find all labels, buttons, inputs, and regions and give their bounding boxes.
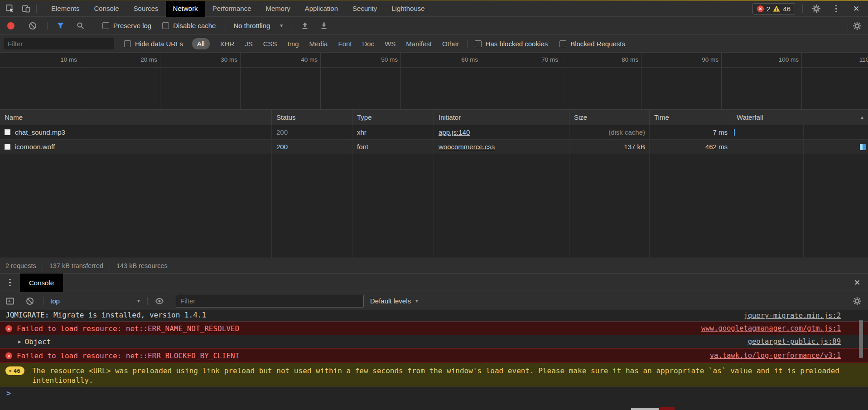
devtools-settings-button[interactable]	[810, 2, 823, 15]
error-message-text: Failed to load resource: net::ERR_NAME_N…	[17, 324, 239, 333]
console-settings-button[interactable]	[851, 295, 863, 308]
devtools-menu-button[interactable]	[830, 2, 843, 15]
devtools-close-button[interactable]: ✕	[850, 2, 863, 15]
resource-type-filters: All XHR JS CSS Img Media Font Doc WS Man…	[192, 38, 459, 49]
console-message-error: ✕ Failed to load resource: net::ERR_NAME…	[0, 322, 868, 335]
filter-chip-img[interactable]: Img	[288, 40, 299, 48]
filter-chip-css[interactable]: CSS	[263, 40, 277, 48]
source-link[interactable]: jquery-migrate.min.js:2	[743, 312, 841, 320]
device-toolbar-button[interactable]	[20, 2, 33, 15]
filter-toggle-button[interactable]	[54, 20, 67, 32]
column-header-status[interactable]: Status	[272, 110, 352, 125]
initiator-link[interactable]: woocommerce.css	[439, 143, 495, 151]
column-header-size[interactable]: Size	[569, 110, 650, 125]
tab-security[interactable]: Security	[345, 1, 384, 17]
filter-chip-manifest[interactable]: Manifest	[406, 40, 432, 48]
waterfall-bar	[734, 129, 735, 136]
tab-sources[interactable]: Sources	[126, 1, 166, 17]
tab-lighthouse[interactable]: Lighthouse	[384, 1, 432, 17]
column-header-time[interactable]: Time	[650, 110, 732, 125]
source-link[interactable]: www.googletagmanager.com/gtm.js:1	[701, 324, 841, 332]
preserve-log-checkbox[interactable]: Preserve log	[102, 22, 151, 29]
filter-chip-doc[interactable]: Doc	[362, 40, 374, 48]
request-size-cell: 137 kB	[569, 140, 650, 154]
column-header-initiator[interactable]: Initiator	[434, 110, 569, 125]
blocked-requests-checkbox[interactable]: Blocked Requests	[559, 40, 625, 48]
filter-chip-font[interactable]: Font	[338, 40, 352, 48]
has-blocked-cookies-checkbox[interactable]: Has blocked cookies	[475, 40, 548, 48]
column-header-waterfall[interactable]: Waterfall ▲	[732, 110, 868, 125]
column-divider	[649, 125, 650, 258]
drawer-close-button[interactable]: ✕	[851, 276, 863, 289]
source-link[interactable]: geotarget-public.js:89	[748, 337, 841, 346]
search-icon	[77, 22, 84, 29]
filter-chip-ws[interactable]: WS	[385, 40, 395, 48]
column-header-name[interactable]: Name	[0, 110, 272, 125]
network-settings-button[interactable]	[851, 20, 863, 32]
file-icon	[5, 144, 10, 150]
export-har-button[interactable]	[318, 20, 330, 32]
javascript-context-dropdown[interactable]: top ▼	[50, 297, 141, 305]
import-har-button[interactable]	[299, 20, 311, 32]
console-message-log: JQMIGRATE: Migrate is installed, version…	[0, 310, 868, 322]
checkbox-icon	[124, 40, 131, 47]
console-drawer-tab[interactable]: Console	[20, 273, 63, 292]
log-levels-dropdown[interactable]: Default levels ▼	[370, 297, 419, 305]
record-network-log-button[interactable]	[5, 20, 17, 32]
filter-chip-media[interactable]: Media	[309, 40, 328, 48]
throttling-dropdown[interactable]: No throttling ▼	[233, 22, 284, 29]
svg-text:!: !	[776, 7, 777, 12]
console-prompt[interactable]: >	[0, 386, 868, 400]
ruler-tick-label: 50 ms	[362, 53, 398, 67]
overview-strip	[0, 67, 868, 109]
waterfall-bar	[860, 144, 866, 150]
initiator-link[interactable]: app.js:140	[439, 128, 470, 136]
filter-chip-xhr[interactable]: XHR	[220, 40, 235, 48]
drawer-menu-button[interactable]	[6, 279, 14, 287]
ruler-tick-label: 40 ms	[282, 53, 318, 67]
ruler-tick-label: 70 ms	[523, 53, 558, 67]
error-icon: ✕	[5, 352, 12, 359]
tab-network[interactable]: Network	[166, 1, 205, 17]
request-row-chat-sound[interactable]: chat_sound.mp3 200 xhr app.js:140 (disk …	[0, 125, 868, 140]
hide-data-urls-checkbox[interactable]: Hide data URLs	[124, 40, 183, 48]
toolbar-separator	[226, 22, 226, 30]
request-row-icomoon[interactable]: icomoon.woff 200 font woocommerce.css 13…	[0, 140, 868, 154]
tab-performance[interactable]: Performance	[205, 1, 259, 17]
clear-console-button[interactable]	[24, 295, 36, 308]
inspect-element-button[interactable]	[4, 2, 16, 15]
network-overview-timeline[interactable]: 10 ms 20 ms 30 ms 40 ms 50 ms 60 ms 70 m…	[0, 53, 868, 110]
network-toolbar: Preserve log Disable cache No throttling…	[0, 17, 868, 35]
column-header-type[interactable]: Type	[352, 110, 434, 125]
console-drawer-tabbar: Console ✕	[0, 273, 868, 292]
search-button[interactable]	[74, 20, 87, 32]
ruler-tick-label: 30 ms	[202, 53, 237, 67]
expand-arrow-icon[interactable]: ▶	[18, 339, 21, 345]
tab-memory[interactable]: Memory	[259, 1, 298, 17]
source-link[interactable]: va.tawk.to/log-performance/v3:1	[710, 351, 841, 360]
tab-console[interactable]: Console	[87, 1, 126, 17]
filter-chip-js[interactable]: JS	[245, 40, 253, 48]
error-warning-count-badge[interactable]: ✕ 2 ! 46	[752, 3, 795, 15]
object-label[interactable]: Object	[25, 337, 51, 346]
transferred-size: 137 kB transferred	[49, 262, 103, 269]
has-blocked-cookies-label: Has blocked cookies	[486, 40, 548, 48]
filter-chip-all[interactable]: All	[192, 38, 210, 49]
tab-application[interactable]: Application	[298, 1, 345, 17]
request-initiator-cell: woocommerce.css	[434, 140, 569, 154]
console-sidebar-toggle-button[interactable]	[4, 295, 16, 308]
console-filter-input[interactable]	[176, 295, 364, 308]
hide-data-urls-label: Hide data URLs	[135, 40, 183, 48]
filter-chip-other[interactable]: Other	[442, 40, 459, 48]
disable-cache-checkbox[interactable]: Disable cache	[162, 22, 216, 29]
network-filter-input[interactable]	[4, 38, 114, 49]
console-scrollbar-thumb[interactable]	[859, 320, 863, 358]
funnel-icon	[57, 22, 64, 29]
create-live-expression-button[interactable]	[153, 295, 166, 308]
tab-elements[interactable]: Elements	[44, 1, 87, 17]
warning-count-badge[interactable]: ▶ 46	[5, 366, 24, 375]
clear-network-log-button[interactable]	[26, 20, 39, 32]
inspect-cursor-icon	[5, 4, 14, 13]
page-behind-artifact	[631, 408, 659, 410]
export-arrow-icon	[320, 22, 328, 30]
